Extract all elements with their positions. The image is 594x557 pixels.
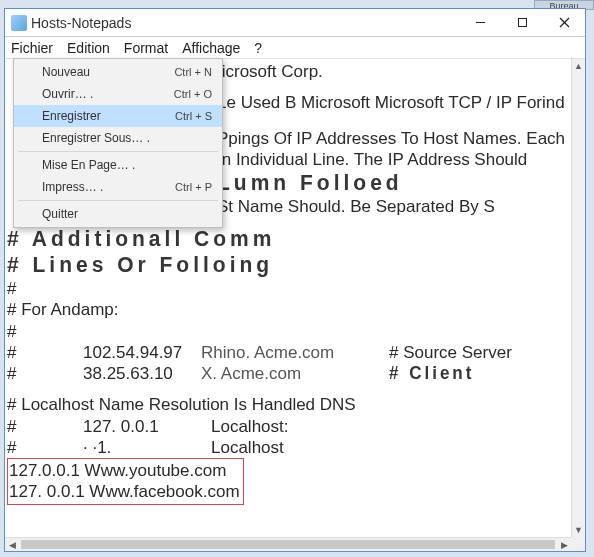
menu-item-shortcut: Ctrl + P: [175, 181, 212, 193]
horizontal-scroll-thumb[interactable]: [21, 540, 555, 549]
menu-help[interactable]: ?: [252, 38, 264, 58]
menu-format[interactable]: Format: [122, 38, 170, 58]
comment-cell: # Source Server: [389, 342, 512, 363]
menu-item-label: Nouveau: [42, 65, 90, 79]
hosts-row: # 102.54.94.97 Rhino. Acme.com # Source …: [7, 342, 569, 363]
blank-line: [7, 384, 569, 394]
menu-item-open[interactable]: Ouvrir… . Ctrl + O: [14, 83, 222, 105]
menu-item-label: Ouvrir… .: [42, 87, 93, 101]
menu-item-print[interactable]: Impress… . Ctrl + P: [14, 176, 222, 198]
scroll-right-icon[interactable]: ▶: [557, 538, 571, 551]
ip-cell: 38.25.63.10: [53, 363, 173, 384]
hash-prefix: #: [7, 437, 25, 458]
menu-item-page-setup[interactable]: Mise En Page… .: [14, 154, 222, 176]
vertical-scrollbar[interactable]: ▲ ▼: [571, 59, 585, 537]
scroll-down-icon[interactable]: ▼: [572, 523, 585, 537]
titlebar[interactable]: Hosts-Notepads: [5, 9, 585, 37]
text-line: # Localhost Name Resolution Is Handled D…: [7, 394, 569, 415]
hash-prefix: #: [7, 342, 25, 363]
menu-separator: [18, 151, 218, 152]
menu-fichier[interactable]: Fichier: [9, 38, 55, 58]
maximize-button[interactable]: [501, 10, 543, 36]
menubar: Fichier Edition Format Affichage ?: [5, 37, 585, 59]
menu-separator: [18, 200, 218, 201]
menu-affichage[interactable]: Affichage: [180, 38, 242, 58]
host-cell: Rhino. Acme.com: [201, 342, 361, 363]
ip-cell: 127. 0.0.1: [53, 416, 183, 437]
menu-item-label: Enregistrer Sous… .: [42, 131, 150, 145]
text-line: 127. 0.0.1 Www.facebook.com: [9, 481, 240, 502]
highlighted-lines-box: 127.0.0.1 Www.youtube.com 127. 0.0.1 Www…: [7, 458, 244, 505]
menu-item-new[interactable]: Nouveau Ctrl + N: [14, 61, 222, 83]
text-line: # Lines Or Folloing: [7, 251, 569, 279]
window-controls: [459, 10, 585, 36]
hash-prefix: #: [7, 416, 25, 437]
text-line: #: [7, 321, 569, 342]
hash-prefix: #: [7, 363, 25, 384]
text-line: # Additionall Comm: [7, 225, 569, 253]
menu-item-save[interactable]: Enregistrer Ctrl + S: [14, 105, 222, 127]
menu-edition[interactable]: Edition: [65, 38, 112, 58]
menu-item-save-as[interactable]: Enregistrer Sous… .: [14, 127, 222, 149]
menu-item-label: Mise En Page… .: [42, 158, 135, 172]
scrollbar-corner: [571, 537, 585, 551]
hosts-row: # 38.25.63.10 X. Acme.com # Client: [7, 363, 569, 384]
menu-item-quit[interactable]: Quitter: [14, 203, 222, 225]
menu-item-shortcut: Ctrl + N: [174, 66, 212, 78]
ip-cell: · ·1.: [53, 437, 183, 458]
host-cell: X. Acme.com: [201, 363, 361, 384]
app-icon: [11, 15, 27, 31]
menu-item-shortcut: Ctrl + O: [174, 88, 212, 100]
comment-cell: # Client: [389, 362, 474, 384]
ip-cell: 102.54.94.97: [53, 342, 173, 363]
hosts-row: # 127. 0.0.1 Localhost:: [7, 416, 569, 437]
host-cell: Localhost:: [211, 416, 289, 437]
scroll-left-icon[interactable]: ◀: [5, 538, 19, 551]
scroll-up-icon[interactable]: ▲: [572, 59, 585, 73]
window-title: Hosts-Notepads: [31, 15, 459, 31]
menu-item-label: Enregistrer: [42, 109, 101, 123]
host-cell: Localhost: [211, 437, 284, 458]
minimize-button[interactable]: [459, 10, 501, 36]
text-line: 127.0.0.1 Www.youtube.com: [9, 460, 240, 481]
horizontal-scrollbar[interactable]: ◀ ▶: [5, 537, 571, 551]
svg-rect-1: [518, 19, 526, 27]
file-menu-dropdown: Nouveau Ctrl + N Ouvrir… . Ctrl + O Enre…: [13, 58, 223, 228]
hosts-row: # · ·1. Localhost: [7, 437, 569, 458]
text-line: # For Andamp:: [7, 299, 569, 320]
text-line: #: [7, 278, 569, 299]
menu-item-shortcut: Ctrl + S: [175, 110, 212, 122]
menu-item-label: Impress… .: [42, 180, 103, 194]
close-button[interactable]: [543, 10, 585, 36]
menu-item-label: Quitter: [42, 207, 78, 221]
